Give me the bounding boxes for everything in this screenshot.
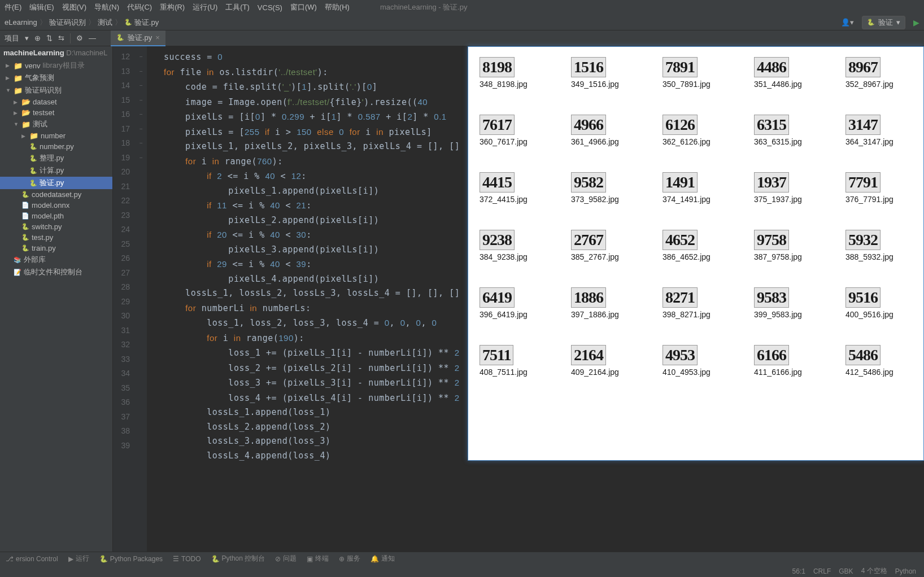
menu-item[interactable]: 窗口(W)	[290, 2, 317, 12]
project-sidebar[interactable]: machineLearning D:\machineL ▶📁venv libra…	[0, 46, 113, 562]
bottom-tool-服务[interactable]: ⊕服务	[339, 554, 360, 563]
tree-item[interactable]: ▶📂testset	[0, 107, 112, 118]
tree-item[interactable]: 🐍number.py	[0, 141, 112, 152]
file-explorer-window[interactable]: 8198348_8198.jpg1516349_1516.jpg7891350_…	[468, 46, 924, 461]
user-menu-icon[interactable]: 👤▾	[841, 18, 854, 27]
thumbnail-item[interactable]: 8198348_8198.jpg	[480, 57, 546, 89]
thumbnail-item[interactable]: 1886397_1886.jpg	[571, 287, 638, 319]
breadcrumb-item[interactable]: 验证码识别	[49, 18, 86, 28]
tree-item[interactable]: 📝临时文件和控制台	[0, 266, 112, 278]
menu-item[interactable]: 工具(T)	[225, 2, 250, 12]
thumbnail-item[interactable]: 6419396_6419.jpg	[480, 287, 546, 319]
tree-item[interactable]: ▶📁venv library根目录	[0, 59, 112, 72]
indent-setting[interactable]: 4 个空格	[861, 566, 887, 576]
target-icon[interactable]: ⊕	[34, 34, 41, 42]
thumbnail-item[interactable]: 1516349_1516.jpg	[571, 57, 638, 89]
bottom-tool-运行[interactable]: ▶运行	[68, 554, 89, 563]
tree-item[interactable]: 📚外部库	[0, 253, 112, 266]
tree-item[interactable]: 🐍计算.py	[0, 164, 112, 177]
tree-item[interactable]: 🐍整理.py	[0, 152, 112, 164]
thumbnail-item[interactable]: 6166411_6166.jpg	[754, 345, 821, 377]
menu-item[interactable]: 帮助(H)	[325, 2, 350, 12]
menu-item[interactable]: 运行(U)	[193, 2, 217, 12]
gear-icon[interactable]: ⚙	[76, 34, 83, 42]
menu-item[interactable]: VCS(S)	[258, 3, 282, 12]
tree-item[interactable]: 🐍test.py	[0, 232, 112, 243]
thumbnail-item[interactable]: 2767385_2767.jpg	[571, 230, 638, 261]
breadcrumb-item[interactable]: eLearning	[5, 18, 37, 27]
menu-item[interactable]: 导航(N)	[94, 2, 119, 12]
sort-icon[interactable]: ⇅	[46, 34, 53, 42]
filter-icon[interactable]: ⇆	[58, 34, 64, 42]
breadcrumb-item[interactable]: 测试	[98, 18, 112, 28]
expand-arrow-icon[interactable]: ▶	[14, 110, 19, 116]
tree-item[interactable]: 🐍train.py	[0, 243, 112, 253]
menu-item[interactable]: 编辑(E)	[29, 2, 54, 12]
line-separator[interactable]: CRLF	[813, 567, 831, 575]
tree-item[interactable]: 🐍验证.py	[0, 177, 112, 189]
close-icon[interactable]: ×	[155, 33, 160, 42]
tree-item[interactable]: 📄model.onnx	[0, 200, 112, 211]
caret-position[interactable]: 56:1	[792, 567, 805, 575]
bottom-tool-终端[interactable]: ▣终端	[307, 554, 329, 563]
menu-item[interactable]: 件(E)	[5, 2, 21, 12]
expand-arrow-icon[interactable]: ▶	[14, 99, 19, 105]
thumbnail-item[interactable]: 9583399_9583.jpg	[754, 287, 821, 319]
thumbnail-item[interactable]: 4486351_4486.jpg	[754, 57, 821, 89]
tree-item[interactable]: ▼📁验证码识别	[0, 84, 112, 97]
tree-item[interactable]: ▶📁气象预测	[0, 72, 112, 84]
run-config-selector[interactable]: 🐍 验证 ▾	[862, 16, 905, 29]
language-indicator[interactable]: Python	[895, 567, 916, 575]
tree-item[interactable]: ▶📂dataset	[0, 97, 112, 107]
collapse-icon[interactable]: —	[89, 34, 96, 42]
menu-item[interactable]: 视图(V)	[62, 2, 86, 12]
tree-item[interactable]: 🐍switch.py	[0, 221, 112, 232]
tree-item[interactable]: ▼📁测试	[0, 118, 112, 130]
tree-item[interactable]: 🐍codedataset.py	[0, 189, 112, 200]
thumbnail-item[interactable]: 1937375_1937.jpg	[754, 172, 821, 204]
thumbnail-item[interactable]: 7617360_7617.jpg	[480, 115, 546, 146]
thumbnail-item[interactable]: 6315363_6315.jpg	[754, 115, 821, 146]
thumbnail-item[interactable]: 1491374_1491.jpg	[663, 172, 729, 204]
expand-arrow-icon[interactable]: ▶	[21, 133, 27, 139]
menu-item[interactable]: 重构(R)	[160, 2, 185, 12]
thumbnail-item[interactable]: 4415372_4415.jpg	[480, 172, 546, 204]
file-encoding[interactable]: GBK	[839, 567, 853, 575]
tree-item[interactable]: ▶📁number	[0, 130, 112, 141]
chevron-down-icon[interactable]: ▾	[25, 34, 29, 42]
thumbnail-item[interactable]: 8967352_8967.jpg	[845, 57, 912, 89]
project-tool-label[interactable]: 项目	[5, 33, 19, 43]
menu-item[interactable]: 代码(C)	[127, 2, 152, 12]
thumbnail-item[interactable]: 7791376_7791.jpg	[845, 172, 912, 204]
thumbnail-item[interactable]: 3147364_3147.jpg	[845, 115, 912, 146]
thumbnail-item[interactable]: 4652386_4652.jpg	[663, 230, 729, 261]
thumbnail-item[interactable]: 9758387_9758.jpg	[754, 230, 821, 261]
expand-arrow-icon[interactable]: ▼	[14, 121, 19, 127]
bottom-tool-通知[interactable]: 🔔通知	[371, 554, 395, 563]
thumbnail-item[interactable]: 7891350_7891.jpg	[663, 57, 729, 89]
project-root[interactable]: machineLearning D:\machineL	[0, 46, 112, 59]
bottom-tool-TODO[interactable]: ☰TODO	[173, 555, 201, 563]
tree-item[interactable]: 📄model.pth	[0, 211, 112, 221]
run-button[interactable]: ▶	[913, 18, 919, 27]
thumbnail-item[interactable]: 9516400_9516.jpg	[845, 287, 912, 319]
thumbnail-item[interactable]: 8271398_8271.jpg	[663, 287, 729, 319]
bottom-tool-Python 控制台[interactable]: 🐍Python 控制台	[211, 554, 265, 563]
breadcrumb-item[interactable]: 验证.py	[134, 18, 159, 28]
thumbnail-item[interactable]: 6126362_6126.jpg	[663, 115, 729, 146]
thumbnail-item[interactable]: 7511408_7511.jpg	[480, 345, 546, 377]
thumbnail-item[interactable]: 5486412_5486.jpg	[845, 345, 912, 377]
expand-arrow-icon[interactable]: ▶	[6, 75, 11, 81]
bottom-tool-问题[interactable]: ⊘问题	[275, 554, 297, 563]
thumbnail-item[interactable]: 5932388_5932.jpg	[845, 230, 912, 261]
thumbnail-item[interactable]: 9238384_9238.jpg	[480, 230, 546, 261]
bottom-tool-ersion Control[interactable]: ⎇ersion Control	[6, 555, 58, 563]
thumbnail-item[interactable]: 2164409_2164.jpg	[571, 345, 638, 377]
expand-arrow-icon[interactable]: ▼	[6, 88, 11, 93]
fold-gutter[interactable]: −−−−−−−−	[136, 46, 147, 562]
bottom-tool-Python Packages[interactable]: 🐍Python Packages	[99, 555, 163, 563]
expand-arrow-icon[interactable]: ▶	[6, 63, 11, 68]
thumbnail-item[interactable]: 4966361_4966.jpg	[571, 115, 638, 146]
thumbnail-item[interactable]: 9582373_9582.jpg	[571, 172, 638, 204]
editor-tab[interactable]: 🐍 验证.py ×	[111, 30, 165, 46]
